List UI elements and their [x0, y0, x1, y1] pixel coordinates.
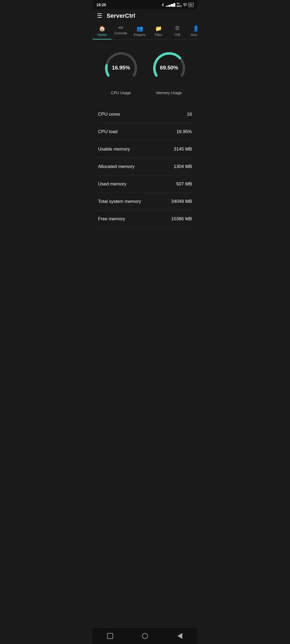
stat-row-free-memory: Free memory 10386 MB — [97, 210, 193, 228]
app-bar: ☰ ServerCtrl — [93, 9, 197, 23]
stat-row-allocated-memory: Allocated memory 1304 MB — [97, 158, 193, 175]
stat-value-used-memory: 507 MB — [176, 181, 192, 187]
app-title: ServerCtrl — [107, 12, 135, 19]
status-bar: 19:25 ▂▄▆█ VoWiFi 80 — [93, 0, 197, 9]
memory-percent-value: 69.50% — [160, 65, 178, 71]
stat-label-free-memory: Free memory — [98, 216, 125, 222]
stat-label-allocated-memory: Allocated memory — [98, 164, 135, 169]
stat-label-cpu-cores: CPU cores — [98, 112, 120, 117]
tab-console[interactable]: <> Console — [111, 23, 130, 39]
stat-label-cpu-load: CPU load — [98, 129, 118, 134]
stat-row-usable-memory: Usable memory 3145 MB — [97, 141, 193, 158]
tab-files-label: Files — [155, 33, 162, 37]
tab-log[interactable]: ☰ Log — [168, 23, 187, 39]
stat-row-cpu-load: CPU load 16.95% — [97, 123, 193, 141]
stat-value-allocated-memory: 1304 MB — [174, 164, 192, 169]
log-icon: ☰ — [175, 25, 179, 31]
stat-label-usable-memory: Usable memory — [98, 147, 130, 152]
signal-icon: ▂▄▆█ — [166, 3, 176, 7]
stat-label-total-system-memory: Total system memory — [98, 199, 141, 204]
vowifi-label: VoWiFi — [177, 2, 182, 8]
wifi-icon — [183, 3, 187, 6]
players-icon: 👥 — [136, 25, 143, 32]
bluetooth-icon — [161, 3, 165, 7]
tab-files[interactable]: 📁 Files — [149, 23, 168, 39]
files-icon: 📁 — [155, 25, 162, 32]
account-icon: 👤 — [193, 25, 198, 32]
stat-value-free-memory: 10386 MB — [171, 216, 192, 222]
memory-gauge-text: 69.50% — [160, 65, 178, 71]
stat-value-usable-memory: 3145 MB — [174, 147, 192, 152]
stat-value-cpu-load: 16.95% — [176, 129, 192, 134]
hamburger-menu-icon[interactable]: ☰ — [97, 12, 102, 19]
cpu-gauge: 16.95% CPU Usage — [102, 49, 140, 95]
tab-account-label: Acco... — [191, 33, 197, 37]
status-icons: ▂▄▆█ VoWiFi 80 — [161, 2, 194, 8]
stat-row-used-memory: Used memory 507 MB — [97, 175, 193, 193]
tab-players-label: Players — [134, 33, 145, 37]
stats-list: CPU cores 16 CPU load 16.95% Usable memo… — [97, 106, 193, 228]
tabs-bar: 🏠 Home <> Console 👥 Players 📁 Files ☰ Lo… — [93, 23, 197, 40]
cpu-gauge-text: 16.95% — [112, 65, 130, 71]
tab-log-label: Log — [174, 32, 180, 36]
tab-home-label: Home — [97, 33, 107, 37]
svg-point-0 — [185, 6, 185, 6]
main-content: 16.95% CPU Usage 69.50% Memory Usage — [93, 40, 197, 232]
stat-row-cpu-cores: CPU cores 16 — [97, 106, 193, 123]
cpu-gauge-wrapper: 16.95% — [102, 49, 140, 87]
stat-row-total-system-memory: Total system memory 34049 MB — [97, 193, 193, 210]
memory-gauge: 69.50% Memory Usage — [150, 49, 188, 95]
stat-value-cpu-cores: 16 — [187, 112, 192, 117]
console-icon: <> — [118, 25, 123, 30]
tab-account[interactable]: 👤 Acco... — [187, 23, 197, 39]
stat-label-used-memory: Used memory — [98, 181, 126, 187]
tab-home[interactable]: 🏠 Home — [93, 23, 111, 39]
gauges-row: 16.95% CPU Usage 69.50% Memory Usage — [97, 44, 193, 103]
tab-console-label: Console — [114, 31, 127, 35]
status-time: 19:25 — [96, 3, 106, 7]
stat-value-total-system-memory: 34049 MB — [171, 199, 192, 204]
battery-icon: 80 — [188, 3, 194, 7]
memory-gauge-wrapper: 69.50% — [150, 49, 188, 87]
home-icon: 🏠 — [99, 25, 106, 32]
tab-players[interactable]: 👥 Players — [130, 23, 149, 39]
memory-gauge-label: Memory Usage — [156, 91, 182, 95]
cpu-percent-value: 16.95% — [112, 65, 130, 71]
